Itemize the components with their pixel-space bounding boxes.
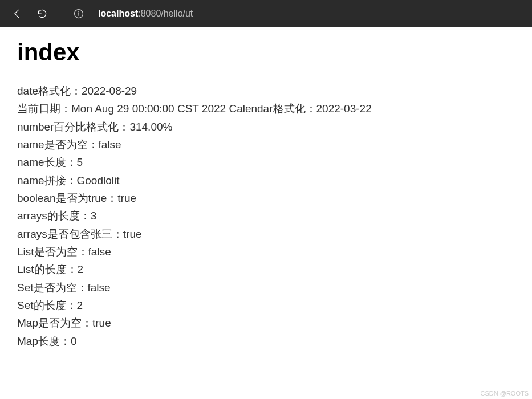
address-bar[interactable]: localhost:8080/hello/ut (98, 9, 193, 19)
data-line: List的长度：2 (17, 260, 515, 278)
data-line: Map是否为空：true (17, 314, 515, 332)
url-path: :8080/hello/ut (138, 9, 193, 18)
page-body: index date格式化：2022-08-29 当前日期：Mon Aug 29… (0, 27, 532, 361)
site-info-icon[interactable] (68, 3, 89, 24)
browser-toolbar: localhost:8080/hello/ut (0, 0, 532, 27)
refresh-button[interactable] (32, 3, 52, 24)
data-line: Map长度：0 (17, 332, 515, 350)
data-line: List是否为空：false (17, 243, 515, 260)
data-line: Set是否为空：false (17, 279, 515, 296)
back-button[interactable] (7, 3, 27, 24)
data-line: date格式化：2022-08-29 (17, 82, 515, 100)
page-title: index (17, 39, 515, 66)
data-line: number百分比格式化：314.00% (17, 118, 515, 136)
data-line: name是否为空：false (17, 136, 515, 153)
data-line: name拼接：Goodlolit (17, 172, 515, 189)
url-host: localhost (98, 9, 138, 18)
data-lines-container: date格式化：2022-08-29 当前日期：Mon Aug 29 00:00… (17, 82, 515, 350)
data-line: arrays是否包含张三：true (17, 225, 515, 243)
data-line: name长度：5 (17, 153, 515, 171)
data-line: arrays的长度：3 (17, 207, 515, 225)
data-line: 当前日期：Mon Aug 29 00:00:00 CST 2022 Calend… (17, 100, 515, 117)
data-line: boolean是否为true：true (17, 189, 515, 207)
data-line: Set的长度：2 (17, 296, 515, 314)
